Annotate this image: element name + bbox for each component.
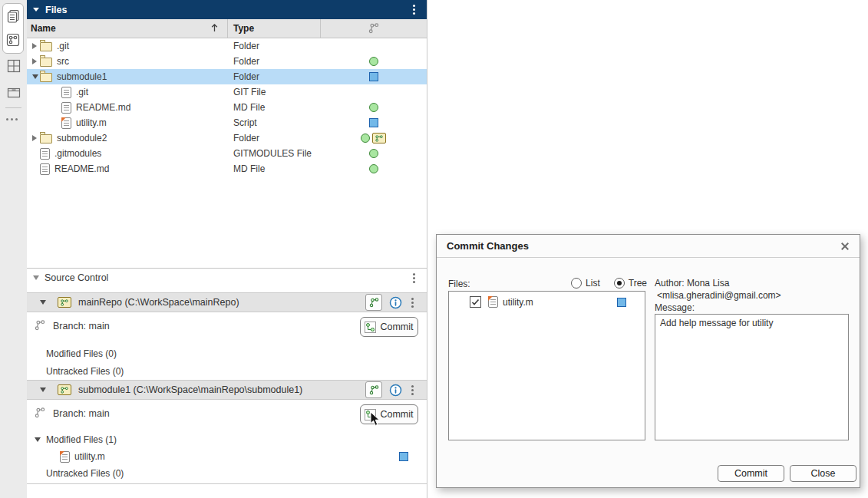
untracked-files-label[interactable]: Untracked Files (0)	[46, 468, 124, 479]
file-type: MD File	[227, 163, 320, 174]
sort-ascending-icon[interactable]	[211, 24, 218, 35]
modified-files-section[interactable]: Modified Files (1)	[35, 434, 117, 445]
file-row-git-file[interactable]: .git GIT File	[27, 84, 427, 100]
file-row-src[interactable]: src Folder	[27, 54, 427, 69]
status-clean-icon	[369, 164, 378, 173]
file-checkbox[interactable]	[470, 296, 481, 308]
dialog-commit-button[interactable]: Commit	[718, 465, 784, 482]
status-modified-icon	[369, 118, 378, 127]
file-row-git-folder[interactable]: .git Folder	[27, 38, 427, 54]
folder-icon	[40, 73, 52, 82]
file-type: GITMODULES File	[227, 148, 320, 159]
commit-changes-dialog: Commit Changes Files: List Tree utility.…	[436, 234, 860, 488]
info-icon[interactable]	[389, 296, 402, 309]
list-radio-label[interactable]: List	[586, 278, 600, 289]
file-type: GIT File	[227, 87, 320, 97]
file-icon	[40, 148, 50, 160]
folder-icon	[40, 42, 52, 51]
repo-row-mainrepo[interactable]: mainRepo (C:\WorkSpace\mainRepo)	[27, 292, 427, 312]
column-separator[interactable]	[227, 19, 228, 38]
dialog-title-bar[interactable]: Commit Changes	[437, 235, 860, 258]
column-name-header[interactable]: Name	[31, 23, 56, 34]
repo-icon	[58, 297, 71, 308]
info-icon[interactable]	[389, 384, 402, 397]
file-row-gitmodules[interactable]: .gitmodules GITMODULES File	[27, 146, 427, 161]
expand-icon[interactable]	[32, 58, 37, 64]
file-name: utility.m	[503, 297, 533, 308]
file-row-utility[interactable]: utility.m Script	[27, 115, 427, 130]
script-file-icon	[61, 117, 71, 129]
repo-icon	[58, 384, 71, 395]
file-name: utility.m	[74, 451, 105, 462]
commit-button-label: Commit	[380, 322, 413, 332]
icon-sidebar	[0, 0, 28, 498]
repo-menu-icon[interactable]	[407, 384, 417, 396]
more-options-icon[interactable]	[6, 115, 21, 123]
status-clean-icon	[361, 134, 370, 143]
collapse-icon[interactable]	[35, 437, 41, 442]
file-name: src	[57, 56, 69, 67]
commit-button-submodule1[interactable]: Commit	[360, 404, 418, 424]
column-type-header[interactable]: Type	[233, 23, 254, 34]
files-panel-header: Files	[27, 0, 427, 19]
close-icon[interactable]	[840, 242, 850, 251]
branches-button[interactable]	[365, 294, 382, 311]
status-modified-icon	[399, 452, 408, 461]
branch-label: Branch: main	[53, 408, 110, 419]
branch-label: Branch: main	[53, 321, 110, 331]
branches-button[interactable]	[365, 381, 382, 398]
commit-message-input[interactable]: Add help message for utility	[655, 314, 849, 440]
repo-menu-icon[interactable]	[407, 296, 417, 308]
collapse-arrow-icon[interactable]	[33, 275, 39, 280]
collapse-icon[interactable]	[32, 74, 38, 79]
md-file-icon	[40, 163, 50, 175]
files-column-header: Name Type	[27, 19, 427, 38]
collapse-icon[interactable]	[40, 300, 46, 305]
folder-icon	[40, 58, 52, 67]
untracked-files-label[interactable]: Untracked Files (0)	[46, 366, 124, 377]
repo-name: mainRepo (C:\WorkSpace\mainRepo)	[78, 297, 239, 308]
commit-file-item[interactable]: utility.m	[470, 296, 626, 308]
commit-button-mainrepo[interactable]: Commit	[360, 317, 418, 337]
source-control-menu-icon[interactable]	[408, 272, 419, 284]
file-row-submodule2[interactable]: submodule2 Folder	[27, 130, 427, 146]
modified-files-label[interactable]: Modified Files (0)	[46, 348, 117, 359]
author-email: <mlisa.gheradini@gmail.com>	[657, 290, 781, 301]
tree-radio-label[interactable]: Tree	[629, 278, 647, 289]
md-file-icon	[61, 102, 71, 114]
column-git-status-icon[interactable]	[368, 23, 379, 36]
tree-radio[interactable]	[614, 278, 625, 289]
column-separator[interactable]	[320, 19, 321, 38]
commit-button-label: Commit	[380, 409, 413, 420]
files-panel-icon[interactable]	[4, 8, 22, 26]
dialog-commit-label: Commit	[734, 468, 767, 479]
dialog-close-button[interactable]: Close	[790, 465, 856, 482]
file-name: .gitmodules	[54, 148, 101, 159]
file-row-readme-sub[interactable]: README.md MD File	[27, 100, 427, 115]
file-row-readme-root[interactable]: README.md MD File	[27, 161, 427, 176]
file-row-submodule1[interactable]: submodule1 Folder	[27, 69, 427, 84]
script-file-icon	[488, 296, 498, 308]
commit-files-list: utility.m	[448, 291, 645, 440]
file-name: utility.m	[76, 117, 107, 128]
source-control-title: Source Control	[45, 272, 108, 283]
repo-row-submodule1[interactable]: submodule1 (C:\WorkSpace\mainRepo\submod…	[27, 380, 427, 400]
collapse-icon[interactable]	[40, 388, 46, 392]
layout-grid-icon[interactable]	[5, 57, 23, 75]
folder-icon	[40, 134, 52, 143]
collapse-arrow-icon[interactable]	[33, 8, 39, 12]
file-tree: .git Folder src Folder submodule1 Folder…	[27, 38, 427, 176]
source-control-panel-icon[interactable]	[4, 31, 22, 49]
modified-file-row[interactable]: utility.m	[27, 449, 427, 464]
expand-icon[interactable]	[32, 43, 37, 49]
panel-box-icon[interactable]	[5, 83, 23, 101]
files-panel-menu-icon[interactable]	[408, 4, 419, 16]
source-control-header[interactable]: Source Control	[27, 268, 427, 287]
expand-icon[interactable]	[32, 135, 37, 141]
list-radio[interactable]	[571, 278, 582, 289]
file-icon	[61, 87, 71, 98]
file-type: Folder	[227, 56, 320, 67]
repo-name: submodule1 (C:\WorkSpace\mainRepo\submod…	[78, 384, 302, 395]
mouse-cursor	[370, 411, 381, 430]
modified-files-label: Modified Files (1)	[46, 434, 117, 445]
